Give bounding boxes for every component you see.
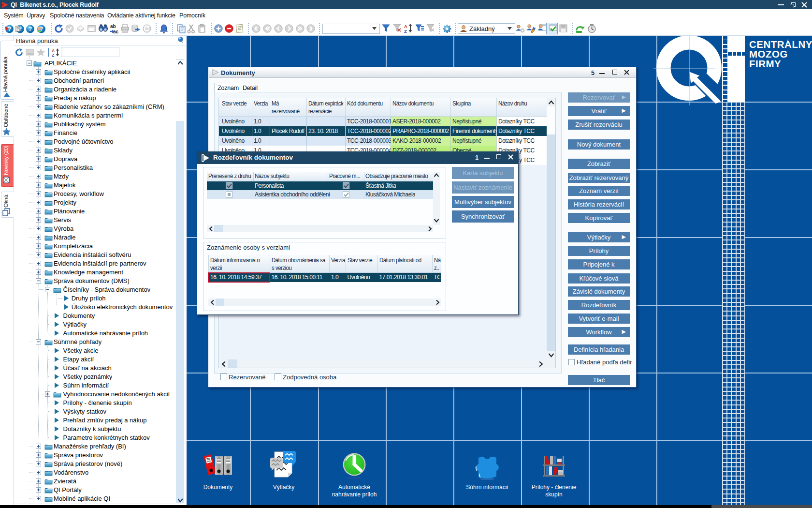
svg-text:?: ? <box>8 26 11 32</box>
svg-text:ab: ab <box>110 24 116 29</box>
svg-text:Z: Z <box>404 29 407 33</box>
svg-text:Z: Z <box>52 53 54 57</box>
svg-text:?: ? <box>29 26 32 32</box>
